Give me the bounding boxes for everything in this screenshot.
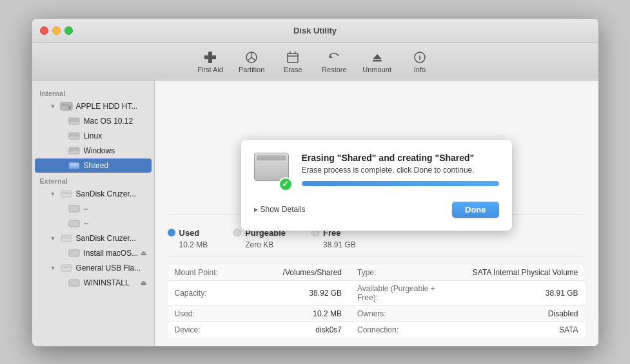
sidebar-item-shared[interactable]: ▼ Shared (35, 158, 152, 173)
volume-icon-shared (68, 160, 81, 171)
sidebar-label-windows: Windows (84, 146, 115, 155)
svg-rect-16 (70, 119, 79, 122)
modal-title: Erasing "Shared" and creating "Shared" (302, 153, 499, 163)
stat-used: Used 10.2 MB (168, 228, 208, 249)
sidebar-label-sandisk1: SanDisk Cruzer... (76, 189, 136, 198)
svg-rect-28 (63, 236, 70, 238)
svg-rect-26 (69, 220, 79, 227)
sidebar-label-sandisk2: SanDisk Cruzer... (76, 234, 136, 243)
svg-rect-18 (70, 133, 79, 137)
detail-label2: Available (Purgeable + Free): (348, 280, 451, 305)
sidebar-label-mac-os: Mac OS 10.12 (84, 117, 133, 126)
modal-footer: ▶ Show Details Done (254, 202, 499, 218)
maximize-button[interactable] (64, 26, 73, 35)
erase-icon (285, 50, 300, 65)
volume-icon-wininstall (68, 278, 81, 288)
svg-marker-7 (330, 55, 333, 58)
svg-rect-13 (61, 104, 72, 106)
partition-button[interactable]: Partition (232, 47, 271, 76)
disk-image (254, 153, 289, 181)
progress-fill (302, 181, 499, 186)
disk-utility-window: Disk Utility First Aid Partition (32, 18, 599, 347)
table-row: Capacity: 38.92 GB Available (Purgeable … (168, 280, 585, 305)
triangle-icon: ▶ (254, 207, 258, 213)
success-checkmark: ✓ (279, 177, 293, 191)
disclosure-sandisk2: ▼ (50, 235, 58, 242)
hdd-icon (60, 101, 73, 111)
unmount-button[interactable]: Unmount (356, 47, 398, 76)
detail-value1: /Volumes/Shared (245, 264, 348, 280)
sidebar-item-sandisk2[interactable]: ▼ SanDisk Cruzer... (35, 231, 152, 245)
close-button[interactable] (40, 26, 48, 35)
used-value: 10.2 MB (168, 240, 208, 249)
erase-button[interactable]: Erase (273, 47, 312, 76)
sidebar-item-sandisk1-sub1[interactable]: ▼ -- (35, 202, 152, 216)
info-label: Info (414, 66, 426, 73)
svg-rect-25 (69, 206, 79, 212)
traffic-lights (40, 26, 73, 35)
modal-subtitle: Erase process is complete, click Done to… (302, 166, 499, 175)
partition-icon (244, 50, 259, 65)
main-panel: ✓ Erasing "Shared" and creating "Shared"… (155, 81, 598, 346)
svg-text:i: i (418, 53, 420, 61)
erase-modal: ✓ Erasing "Shared" and creating "Shared"… (241, 140, 512, 231)
window-title: Disk Utility (293, 26, 337, 35)
unmount-label: Unmount (362, 66, 391, 73)
disk-stats-row: Used 10.2 MB Purgeable Zero KB (168, 228, 586, 256)
sidebar-label-s1s2: -- (84, 219, 89, 228)
sidebar-label-shared: Shared (84, 161, 109, 170)
detail-label2: Type: (348, 264, 451, 280)
sidebar-item-sandisk1[interactable]: ▼ SanDisk Cruzer... (35, 187, 152, 201)
restore-button[interactable]: Restore (315, 47, 353, 76)
modal-header: ✓ Erasing "Shared" and creating "Shared"… (254, 153, 499, 191)
progress-bar (302, 181, 499, 186)
modal-text: Erasing "Shared" and creating "Shared" E… (302, 153, 499, 186)
sidebar-item-sandisk1-sub2[interactable]: ▼ -- (35, 216, 152, 231)
minimize-button[interactable] (52, 26, 61, 35)
sidebar-section-internal: Internal (32, 86, 154, 99)
svg-point-14 (68, 106, 71, 109)
sidebar-item-wininstall[interactable]: ▼ WININSTALL ⏏ (35, 276, 152, 290)
svg-rect-24 (63, 192, 70, 194)
svg-rect-32 (69, 280, 79, 286)
volume-icon-windows (68, 146, 81, 156)
stat-free: Free 38.91 GB (311, 228, 356, 249)
table-row: Mount Point: /Volumes/Shared Type: SATA … (168, 264, 585, 280)
volume-icon-install (68, 248, 81, 258)
toolbar: First Aid Partition Erase (32, 43, 598, 81)
sidebar-label-install-macos: Install macOS... (84, 249, 139, 258)
eject-icon-wininstall[interactable]: ⏏ (141, 279, 146, 286)
detail-label1: Device: (168, 321, 245, 338)
sidebar-item-general-usb[interactable]: ▼ General USB Fla... (35, 261, 152, 275)
detail-value2: SATA (451, 321, 585, 338)
unmount-icon (369, 50, 385, 65)
detail-label1: Used: (168, 305, 245, 321)
detail-label2: Owners: (348, 305, 451, 321)
detail-label1: Mount Point: (168, 264, 245, 280)
show-details-button[interactable]: ▶ Show Details (254, 205, 306, 214)
stat-purgeable: Purgeable Zero KB (233, 228, 286, 249)
table-row: Device: disk0s7 Connection: SATA (168, 321, 585, 338)
info-icon: i (412, 50, 428, 65)
sidebar-label-apple-hdd: APPLE HDD HT... (76, 102, 138, 111)
eject-icon-install[interactable]: ⏏ (141, 249, 146, 256)
info-button[interactable]: i Info (400, 47, 439, 76)
sidebar-item-mac-os[interactable]: ▼ Mac OS 10.12 (35, 114, 152, 128)
sidebar-item-windows[interactable]: ▼ Windows (35, 144, 152, 158)
first-aid-icon (202, 50, 218, 65)
show-details-label: Show Details (261, 205, 306, 214)
sidebar-item-linux[interactable]: ▼ Linux (35, 129, 152, 143)
modal-disk-icon: ✓ (254, 153, 293, 191)
detail-value1: 10.2 MB (245, 305, 348, 321)
disclosure-sandisk1: ▼ (50, 190, 58, 198)
disclosure-general-usb: ▼ (50, 264, 58, 272)
done-button[interactable]: Done (452, 202, 499, 218)
sidebar-item-install-macos[interactable]: ▼ Install macOS... ⏏ (35, 246, 152, 260)
usb-icon-sandisk2 (60, 233, 73, 244)
erase-label: Erase (284, 66, 302, 73)
purgeable-value: Zero KB (233, 240, 286, 249)
first-aid-button[interactable]: First Aid (191, 47, 230, 76)
svg-rect-1 (204, 55, 216, 59)
sidebar-item-apple-hdd[interactable]: ▼ APPLE HDD HT... (35, 99, 152, 113)
sidebar: Internal ▼ APPLE HDD HT... ▼ (32, 81, 155, 346)
